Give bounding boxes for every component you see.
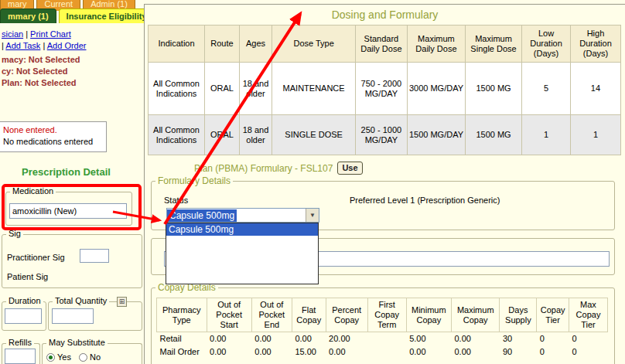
column-header: First Copay Term bbox=[367, 298, 406, 332]
print-chart-link[interactable]: Print Chart bbox=[30, 29, 71, 39]
table-cell: 0.00 bbox=[207, 332, 251, 346]
table-cell: 0 bbox=[569, 345, 607, 359]
radio-option-label: Yes bbox=[57, 352, 71, 362]
table-cell: 0.00 bbox=[326, 345, 367, 359]
column-header: Flat Copay bbox=[292, 298, 326, 332]
column-header: Low Duration (Days) bbox=[522, 26, 571, 63]
column-header: Out of Pocket Start bbox=[207, 298, 251, 332]
radio-option-label: No bbox=[90, 352, 101, 362]
table-cell: 250 - 1000 MG/DAY bbox=[355, 115, 407, 155]
may-substitute-radio-group: YesNo bbox=[46, 352, 101, 362]
medication-fieldset: Medication amoxicillin (New) bbox=[5, 192, 132, 226]
table-cell: 0.00 bbox=[251, 345, 292, 359]
separator: | bbox=[43, 41, 45, 50]
table-cell: 5.00 bbox=[406, 332, 451, 346]
dropdown-list-item[interactable]: Capsule 500mg bbox=[166, 223, 318, 236]
table-cell: 1500 MG bbox=[466, 115, 522, 155]
table-cell: 0 bbox=[569, 332, 607, 346]
table-row: All Common IndicationsORAL18 and olderSI… bbox=[149, 115, 621, 155]
column-header: Ages bbox=[239, 26, 272, 63]
table-cell: 5 bbox=[522, 63, 571, 115]
table-cell: 1 bbox=[570, 115, 620, 155]
table-cell: 0.00 bbox=[207, 345, 251, 359]
may-substitute-option-no[interactable]: No bbox=[79, 352, 101, 362]
may-substitute-option-yes[interactable]: Yes bbox=[46, 352, 71, 362]
table-cell: SINGLE DOSE bbox=[272, 115, 356, 155]
refills-fieldset: Refills bbox=[2, 343, 40, 364]
table-cell: 0.00 bbox=[292, 332, 326, 346]
none-entered-text: None entered. bbox=[3, 124, 102, 136]
add-order-link[interactable]: Add Order bbox=[47, 41, 87, 50]
practitioner-sig-label: Practitioner Sig bbox=[7, 253, 65, 262]
table-cell: 18 and older bbox=[239, 115, 272, 155]
refills-input[interactable] bbox=[5, 349, 36, 364]
table-cell: 14 bbox=[570, 63, 620, 115]
table-cell: 0.00 bbox=[451, 345, 499, 359]
table-cell: MAINTENANCE bbox=[272, 63, 356, 115]
table-row: All Common IndicationsORAL18 and olderMA… bbox=[149, 63, 621, 115]
column-header: Standard Daily Dose bbox=[355, 26, 407, 63]
table-cell: 90 bbox=[500, 345, 537, 359]
tab-summary[interactable]: mmary (1) bbox=[0, 9, 56, 23]
table-cell bbox=[367, 332, 406, 346]
dose-form-combobox[interactable]: Capsule 500mg ▼ bbox=[166, 208, 319, 223]
link-row-1: sician | Print Chart bbox=[2, 29, 71, 39]
may-substitute-fieldset: May Substitute YesNo bbox=[42, 343, 142, 364]
table-cell bbox=[367, 345, 406, 359]
table-cell: ORAL bbox=[205, 63, 240, 115]
table-cell: 20.00 bbox=[326, 332, 367, 346]
practitioner-sig-input[interactable] bbox=[80, 249, 109, 263]
dose-form-dropdown-list: Capsule 500mg bbox=[166, 223, 319, 284]
sig-fieldset: Sig Practitioner Sig Patient Sig bbox=[2, 234, 142, 288]
column-header: Pharmacy Type bbox=[157, 298, 207, 332]
use-button[interactable]: Use bbox=[337, 162, 362, 175]
may-substitute-label: May Substitute bbox=[46, 338, 108, 347]
plan-formulary-label: Plan (PBMA) Formulary - FSL107 bbox=[194, 163, 333, 174]
physician-link[interactable]: sician bbox=[2, 29, 23, 39]
table-cell: 0 bbox=[537, 332, 569, 346]
column-header: Percent Copay bbox=[326, 298, 367, 332]
quantity-calculator-button[interactable]: ⊞ bbox=[117, 297, 127, 307]
column-header: Out of Pocket End bbox=[251, 298, 292, 332]
duration-input[interactable] bbox=[5, 308, 42, 324]
status-value: Preferred Level 1 (Prescription Generic) bbox=[350, 196, 500, 205]
column-header: Dose Type bbox=[272, 26, 356, 63]
combobox-dropdown-arrow-icon[interactable]: ▼ bbox=[306, 209, 319, 222]
total-quantity-input[interactable] bbox=[52, 308, 94, 324]
screen: maryCurrentAdmin (1) mmary (1) Insurance… bbox=[0, 0, 625, 364]
column-header: Maximum Copay bbox=[451, 298, 499, 332]
column-header: Indication bbox=[149, 26, 205, 63]
radio-button-icon bbox=[46, 353, 55, 362]
refills-label: Refills bbox=[6, 338, 34, 347]
duration-fieldset: Duration bbox=[2, 301, 46, 331]
column-header: Route bbox=[205, 26, 240, 63]
table-row: Mail Order0.000.0015.000.000.000.009000 bbox=[157, 345, 608, 359]
separator: | bbox=[26, 29, 28, 39]
tab-insurance-eligibility[interactable]: Insurance Eligibility bbox=[59, 9, 155, 23]
table-cell: All Common Indications bbox=[149, 63, 205, 115]
second-tab-bar: mmary (1) Insurance Eligibility bbox=[0, 9, 155, 23]
medication-input[interactable]: amoxicillin (New) bbox=[9, 203, 127, 219]
patient-sig-label: Patient Sig bbox=[7, 272, 48, 281]
formulary-details-legend: Formulary Details bbox=[155, 175, 233, 186]
total-quantity-fieldset: Total Quantity ⊞ bbox=[48, 301, 142, 331]
column-header: High Duration (Days) bbox=[570, 26, 620, 63]
copay-table-header-row: Pharmacy TypeOut of Pocket StartOut of P… bbox=[157, 298, 608, 332]
status-label: Status bbox=[164, 196, 188, 205]
plan-status-line: Plan: Not Selected bbox=[2, 78, 77, 87]
sig-label: Sig bbox=[6, 229, 23, 238]
add-task-link[interactable]: Add Task bbox=[5, 41, 40, 50]
policy-status-line: cy: Not Selected bbox=[2, 66, 68, 76]
table-cell: 1500 MG/DAY bbox=[407, 115, 465, 155]
table-cell: 0.00 bbox=[406, 345, 451, 359]
link-row-2: | Add Task | Add Order bbox=[2, 41, 87, 50]
table-cell: Mail Order bbox=[157, 345, 207, 359]
column-header: Days Supply bbox=[500, 298, 537, 332]
table-cell: 1 bbox=[522, 115, 571, 155]
table-cell: 1500 MG bbox=[466, 63, 522, 115]
table-cell: ORAL bbox=[205, 115, 240, 155]
table-cell: Retail bbox=[157, 332, 207, 346]
table-cell: 750 - 2000 MG/DAY bbox=[355, 63, 407, 115]
no-medications-text: No medications entered bbox=[3, 136, 102, 148]
column-header: Max Copay Tier bbox=[569, 298, 607, 332]
